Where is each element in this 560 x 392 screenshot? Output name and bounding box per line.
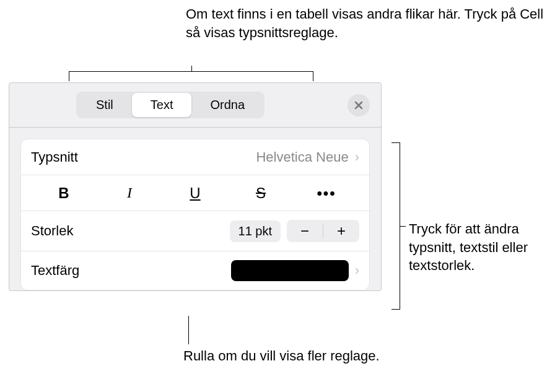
chevron-right-icon: › xyxy=(355,263,359,279)
format-panel: Stil Text Ordna Typsnitt Helvetica Neue … xyxy=(9,82,382,291)
more-options-button[interactable]: ••• xyxy=(294,185,359,202)
size-decrease-button[interactable]: − xyxy=(287,220,323,242)
size-controls: 11 pkt − + xyxy=(230,220,359,242)
bracket-right xyxy=(392,142,400,310)
tab-arrange[interactable]: Ordna xyxy=(191,93,263,117)
size-stepper: − + xyxy=(287,220,359,242)
content-list: Typsnitt Helvetica Neue › B I U S ••• St… xyxy=(20,139,370,290)
text-style-row: B I U S ••• xyxy=(21,175,369,211)
bold-button[interactable]: B xyxy=(31,185,97,202)
close-button[interactable] xyxy=(348,94,370,116)
size-value[interactable]: 11 pkt xyxy=(230,220,281,242)
strikethrough-button[interactable]: S xyxy=(228,185,294,202)
font-value-wrap: Helvetica Neue › xyxy=(256,149,359,165)
font-value: Helvetica Neue xyxy=(256,149,348,165)
segmented-control: Stil Text Ordna xyxy=(76,92,265,118)
close-icon xyxy=(354,100,364,110)
callout-bottom: Rulla om du vill visa fler reglage. xyxy=(183,347,380,365)
font-label: Typsnitt xyxy=(31,149,78,165)
font-row[interactable]: Typsnitt Helvetica Neue › xyxy=(21,139,369,175)
chevron-right-icon: › xyxy=(355,149,359,165)
callout-right: Tryck för att ändra typsnitt, textstil e… xyxy=(409,220,560,275)
text-color-value-wrap: › xyxy=(231,260,359,281)
color-swatch[interactable] xyxy=(231,260,349,281)
tab-bar: Stil Text Ordna xyxy=(9,83,381,128)
italic-button[interactable]: I xyxy=(97,185,162,202)
text-color-row[interactable]: Textfärg › xyxy=(21,251,369,290)
bracket-top xyxy=(69,71,313,81)
callout-line-bottom xyxy=(188,316,189,344)
tab-style[interactable]: Stil xyxy=(77,93,132,117)
tab-text[interactable]: Text xyxy=(132,93,192,117)
underline-button[interactable]: U xyxy=(162,185,228,202)
callout-top: Om text finns i en tabell visas andra fl… xyxy=(186,5,560,41)
style-buttons: B I U S ••• xyxy=(31,185,359,202)
size-increase-button[interactable]: + xyxy=(323,220,359,242)
size-label: Storlek xyxy=(31,223,73,239)
text-color-label: Textfärg xyxy=(31,263,79,279)
size-row: Storlek 11 pkt − + xyxy=(21,211,369,251)
